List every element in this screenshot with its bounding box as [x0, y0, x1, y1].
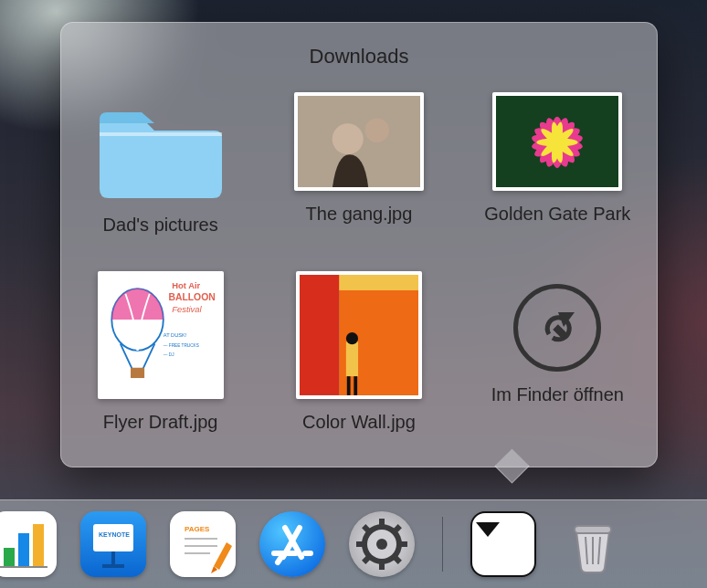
svg-rect-33 [346, 341, 358, 376]
downloads-stack-grid: Downloads Dad's pictures [60, 22, 658, 467]
stack-item-label: Color Wall.jpg [302, 412, 416, 433]
stack-item-image[interactable]: Hot Air BALLOON Festival AT DUSK! — FREE… [61, 271, 259, 448]
svg-rect-30 [300, 275, 339, 395]
svg-text:BALLOON: BALLOON [168, 292, 215, 302]
dock-trash[interactable] [560, 511, 626, 577]
svg-rect-62 [398, 541, 407, 547]
stack-item-label: Dad's pictures [103, 215, 218, 236]
dock-app-settings[interactable] [349, 511, 415, 577]
stack-item-image[interactable]: The gang.jpg [259, 92, 458, 251]
svg-rect-4 [298, 96, 420, 189]
image-thumbnail [294, 92, 424, 191]
svg-line-55 [278, 557, 281, 562]
stack-item-label: Golden Gate Park [484, 204, 630, 225]
dock-downloads-stack[interactable] [470, 511, 536, 577]
stack-item-open-finder[interactable]: Im Finder öffnen [459, 271, 657, 448]
dock-app-store[interactable] [259, 511, 325, 577]
svg-rect-39 [18, 533, 29, 566]
dock-app-keynote[interactable]: KEYNOTE [80, 511, 146, 577]
svg-text:KEYNOTE: KEYNOTE [99, 531, 130, 538]
svg-text:— FREE TRUCKS: — FREE TRUCKS [163, 343, 198, 348]
svg-text:Hot Air: Hot Air [172, 280, 200, 290]
stack-item-image[interactable]: Golden Gate Park [459, 92, 657, 251]
svg-text:PAGES: PAGES [185, 525, 210, 533]
svg-rect-0 [100, 132, 222, 136]
svg-rect-67 [575, 526, 611, 533]
dock-separator [442, 517, 443, 572]
svg-rect-60 [379, 561, 385, 570]
image-thumbnail [492, 92, 622, 191]
svg-text:AT DUSK!: AT DUSK! [163, 332, 186, 338]
svg-rect-45 [102, 564, 124, 568]
stack-item-label: Im Finder öffnen [491, 384, 624, 405]
svg-rect-32 [339, 275, 418, 290]
stack-item-label: The gang.jpg [306, 204, 413, 225]
svg-rect-41 [0, 566, 47, 568]
svg-rect-36 [354, 376, 357, 395]
stack-grid: Dad's pictures The gang.jpg [61, 92, 657, 448]
open-in-finder-icon [513, 284, 601, 372]
svg-point-58 [376, 539, 387, 550]
dock-app-numbers[interactable] [0, 511, 57, 577]
svg-text:Festival: Festival [172, 304, 202, 314]
folder-icon [92, 92, 229, 202]
stack-item-label: Flyer Draft.jpg [103, 412, 218, 433]
svg-text:— DJ: — DJ [163, 352, 174, 357]
image-thumbnail [296, 271, 422, 399]
svg-rect-26 [131, 368, 144, 378]
svg-point-34 [346, 332, 358, 344]
stack-title: Downloads [61, 45, 657, 68]
svg-rect-38 [4, 548, 15, 566]
image-thumbnail: Hot Air BALLOON Festival AT DUSK! — FREE… [98, 271, 224, 399]
stack-item-image[interactable]: Color Wall.jpg [259, 271, 458, 448]
svg-rect-44 [111, 551, 115, 566]
svg-rect-61 [356, 541, 365, 547]
dock-app-pages[interactable]: PAGES [170, 511, 236, 577]
svg-rect-35 [347, 376, 351, 395]
svg-rect-42 [93, 524, 133, 551]
svg-rect-59 [379, 519, 385, 528]
stack-item-folder[interactable]: Dad's pictures [61, 92, 259, 251]
dock: KEYNOTE PAGES [0, 499, 707, 588]
svg-rect-40 [33, 524, 44, 566]
